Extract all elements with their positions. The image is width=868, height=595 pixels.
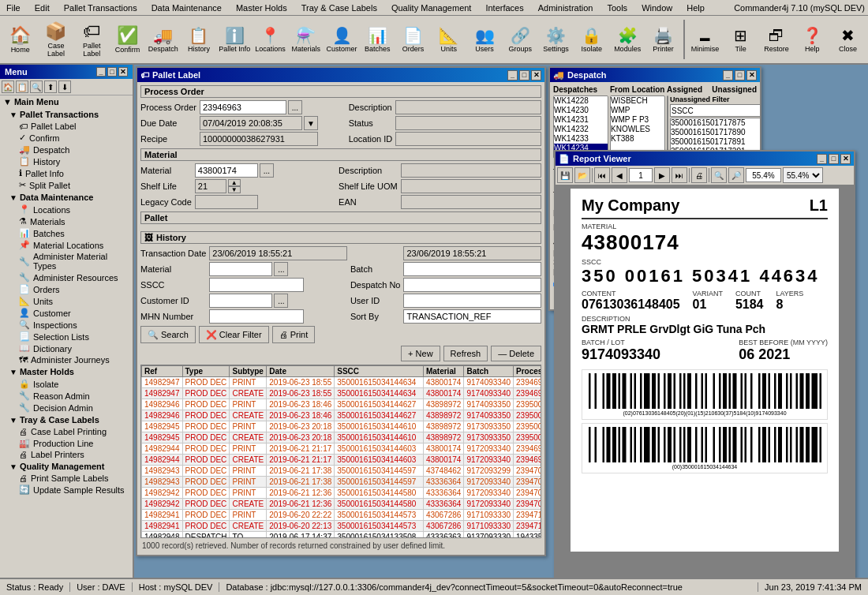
sidebar-item-history[interactable]: 📋History (16, 155, 133, 167)
table-row[interactable]: 14982944PROD DECCREATE2019-06-21 21:1735… (142, 455, 542, 466)
assigned-list[interactable]: 35000161503413908 35000161503413911 3500… (667, 95, 668, 159)
sidebar-item-production-line[interactable]: 🏭Production Line (16, 437, 133, 449)
toolbar-settings-btn[interactable]: ⚙️Settings (539, 17, 573, 62)
sidebar-group-pallet-transactions[interactable]: ▼ Pallet Transactions (6, 108, 133, 121)
table-row[interactable]: 14982947PROD DECCREATE2019-06-23 18:5535… (142, 388, 542, 399)
sscc-filter-input[interactable] (670, 104, 761, 117)
table-row[interactable]: 14982945PROD DECCREATE2019-06-23 20:1835… (142, 432, 542, 443)
toolbar-home-btn[interactable]: 🏠Home (3, 17, 37, 62)
report-next-btn[interactable]: ▶ (654, 167, 670, 183)
shelf-life-input[interactable] (195, 179, 226, 193)
toolbar-users-btn[interactable]: 👥Users (467, 17, 501, 62)
menu-data-maintenance[interactable]: Data Maintenance (148, 2, 225, 13)
pallet-label-titlebar[interactable]: 🏷 Pallet Label _ □ ✕ (137, 68, 544, 82)
description-input[interactable] (395, 100, 541, 114)
sidebar-tool-4[interactable]: ⬆ (44, 80, 57, 93)
sidebar-item-orders[interactable]: 📄Orders (16, 283, 133, 295)
customer-id-browse-btn[interactable]: ... (274, 294, 288, 308)
sidebar-item-pallet-info[interactable]: ℹPallet Info (16, 167, 133, 179)
table-row[interactable]: 14982944PROD DECPRINT2019-06-21 21:17350… (142, 443, 542, 455)
toolbar-minimise-btn[interactable]: 🗕Minimise (688, 17, 722, 62)
location-id-input[interactable] (395, 132, 541, 146)
report-zoom-out-btn[interactable]: 🔎 (728, 167, 744, 183)
transaction-date-input[interactable] (209, 246, 347, 260)
toolbar-locations-btn[interactable]: 📍Locations (253, 17, 287, 62)
menu-quality-management[interactable]: Quality Management (388, 2, 475, 13)
sidebar-item-inspections[interactable]: 🔍Inspections (16, 319, 133, 331)
due-date-btn[interactable]: ▼ (304, 116, 318, 130)
toolbar-batches-btn[interactable]: 📊Batches (361, 17, 395, 62)
sidebar-item-split-pallet[interactable]: ✂Split Pallet (16, 179, 133, 191)
sidebar-item-print-sample-labels[interactable]: 🖨Print Sample Labels (16, 473, 133, 484)
menu-administration[interactable]: Administration (535, 2, 597, 13)
shelf-life-up-btn[interactable]: ▲ (228, 179, 241, 186)
report-print-btn[interactable]: 🖨 (691, 167, 707, 183)
status-input[interactable] (395, 116, 541, 130)
due-date-input[interactable] (200, 116, 302, 130)
report-content-area[interactable]: My Company L1 MATERIAL 43800174 SSCC 350… (556, 185, 854, 578)
toolbar-customer-btn[interactable]: 👤Customer (324, 17, 358, 62)
report-viewer-restore-btn[interactable]: □ (829, 154, 839, 164)
report-open-btn[interactable]: 📂 (574, 167, 590, 183)
menu-edit[interactable]: Edit (32, 2, 53, 13)
despatches-list[interactable]: WK14228 WK14230 WK14231 WK14232 WK14233 … (553, 95, 608, 159)
history-table-container[interactable]: Ref Type Subtype Date SSCC Material Batc… (140, 365, 541, 538)
toolbar-restore-btn[interactable]: 🗗Restore (759, 17, 793, 62)
menu-help[interactable]: Help (683, 2, 708, 13)
table-row[interactable]: 14982943PROD DECPRINT2019-06-21 17:38350… (142, 477, 542, 488)
material-hist-browse-btn[interactable]: ... (274, 262, 288, 276)
sidebar-tool-1[interactable]: 🏠 (2, 80, 14, 93)
toolbar-case-label-btn[interactable]: 📦Case Label (39, 17, 73, 62)
sidebar-item-administer-material-types[interactable]: 🔧Administer Material Types (16, 251, 133, 271)
table-row[interactable]: 14982942PROD DECCREATE2019-06-21 12:3635… (142, 499, 542, 510)
report-zoom-select[interactable]: 55.4% 100% 75% 50% (783, 167, 823, 183)
sidebar-controls[interactable]: _ □ ✕ (96, 67, 128, 77)
toolbar-orders-btn[interactable]: 📄Orders (396, 17, 430, 62)
table-row[interactable]: 14982941PROD DECCREATE2019-06-20 22:1335… (142, 521, 542, 532)
report-save-btn[interactable]: 💾 (557, 167, 573, 183)
sidebar-group-master-holds[interactable]: ▼ Master Holds (6, 365, 133, 378)
search-btn[interactable]: 🔍 Search (140, 326, 196, 343)
report-page-input[interactable] (629, 168, 653, 182)
sidebar-tool-2[interactable]: 📋 (16, 80, 28, 93)
toolbar-pallet-label-btn[interactable]: 🏷Pallet Label (75, 17, 109, 62)
sidebar-item-administer-journeys[interactable]: 🗺Administer Journeys (16, 354, 133, 365)
menu-window[interactable]: Window (638, 2, 675, 13)
toolbar-printer-btn[interactable]: 🖨️Printer (646, 17, 680, 62)
sidebar-group-tray-case-labels[interactable]: ▼ Tray & Case Labels (6, 414, 133, 426)
toolbar-confirm-btn[interactable]: ✅Confirm (110, 17, 144, 62)
sidebar-group-quality-management[interactable]: ▼ Quality Management (6, 460, 133, 473)
despatch-no-input[interactable] (403, 278, 541, 292)
sidebar-item-dictionary[interactable]: 📖Dictionary (16, 342, 133, 354)
sidebar-item-locations[interactable]: 📍Locations (16, 204, 133, 215)
batch-hist-input[interactable] (403, 262, 541, 276)
process-order-browse-btn[interactable]: ... (288, 100, 302, 114)
table-row[interactable]: 14982946PROD DECCREATE2019-06-23 18:4635… (142, 410, 542, 421)
toolbar-isolate-btn[interactable]: 🔒Isolate (574, 17, 608, 62)
user-id-input[interactable] (403, 294, 541, 308)
sidebar-item-units[interactable]: 📐Units (16, 295, 133, 307)
sscc-input[interactable] (209, 278, 304, 292)
toolbar-pallet-info-btn[interactable]: ℹ️Pallet Info (218, 17, 252, 62)
despatch-window-controls[interactable]: _ □ ✕ (723, 70, 757, 80)
report-viewer-titlebar[interactable]: 📄 Report Viewer _ □ ✕ (556, 152, 854, 166)
sidebar-group-data-maintenance[interactable]: ▼ Data Maintenance (6, 191, 133, 204)
toolbar-materials-btn[interactable]: ⚗️Materials (289, 17, 323, 62)
report-zoom-input[interactable] (746, 168, 781, 182)
sidebar-item-customer[interactable]: 👤Customer (16, 307, 133, 319)
customer-id-input[interactable] (209, 294, 272, 308)
clear-filter-btn[interactable]: ❌ Clear Filter (199, 326, 269, 343)
toolbar-close-btn[interactable]: ✖Close (831, 17, 865, 62)
despatch-close-btn[interactable]: ✕ (746, 70, 757, 80)
toolbar-modules-btn[interactable]: 🧩Modules (611, 17, 645, 62)
despatch-minimize-btn[interactable]: _ (723, 70, 733, 80)
sidebar-item-pallet-label[interactable]: 🏷Pallet Label (16, 121, 133, 132)
report-prev-btn[interactable]: ◀ (612, 167, 627, 183)
sidebar-item-update-sample-results[interactable]: 🔄Update Sample Results (16, 484, 133, 496)
report-first-btn[interactable]: ⏮ (594, 167, 610, 183)
sidebar-item-reason-admin[interactable]: 🔧Reason Admin (16, 390, 133, 402)
sidebar-item-materials[interactable]: ⚗Materials (16, 215, 133, 227)
ean-input[interactable] (401, 195, 541, 209)
menu-tray-case-labels[interactable]: Tray & Case Labels (298, 2, 380, 13)
sidebar-item-material-locations[interactable]: 📌Material Locations (16, 239, 133, 251)
